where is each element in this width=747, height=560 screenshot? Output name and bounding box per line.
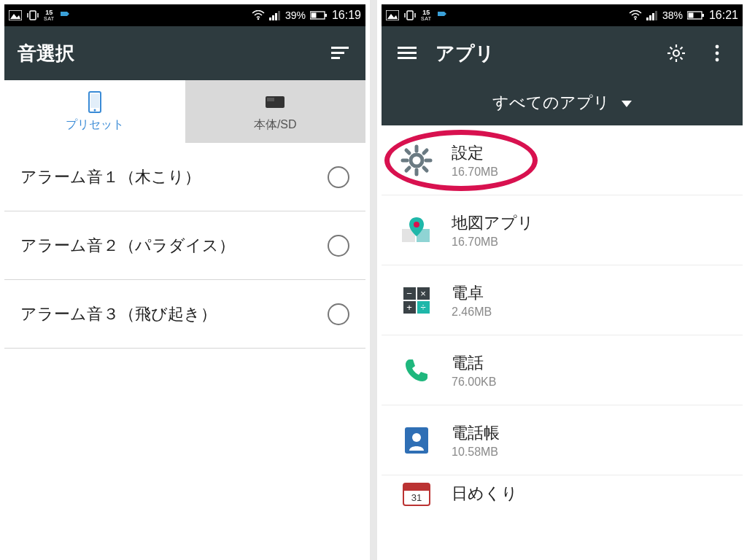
svg-rect-2 <box>30 11 36 20</box>
tab-label: 本体/SD <box>254 117 297 133</box>
app-icon-gear <box>396 140 437 181</box>
dropdown-label: すべてのアプリ <box>492 92 610 114</box>
gear-icon[interactable] <box>664 41 689 66</box>
clock: 16:21 <box>709 9 738 22</box>
row-label: アラーム音１（木こり） <box>20 166 328 188</box>
svg-rect-36 <box>398 47 417 49</box>
battery-icon <box>310 11 328 20</box>
svg-line-59 <box>424 150 427 153</box>
bookmark-icon <box>59 10 71 20</box>
app-row-phone[interactable]: 電話 76.00KB <box>382 335 743 405</box>
svg-point-52 <box>411 155 422 166</box>
svg-marker-1 <box>10 14 20 19</box>
app-row-contacts[interactable]: 電話帳 10.58MB <box>382 405 743 475</box>
action-bar: 音選択 <box>4 26 365 80</box>
svg-rect-34 <box>702 14 704 17</box>
app-icon-map <box>396 210 437 251</box>
calendar-icon: 15 SAT <box>44 9 55 21</box>
sort-icon[interactable] <box>328 41 352 66</box>
app-row-map[interactable]: 地図アプリ 16.70MB <box>382 195 743 265</box>
svg-marker-23 <box>387 14 398 19</box>
hamburger-icon[interactable] <box>395 41 419 66</box>
tab-preset[interactable]: プリセット <box>4 80 185 143</box>
app-icon-calculator: −×+÷ <box>396 280 437 321</box>
app-size: 2.46MB <box>452 306 492 319</box>
svg-rect-15 <box>331 52 344 54</box>
app-size: 76.00KB <box>452 376 496 389</box>
svg-text:+: + <box>406 302 412 313</box>
svg-line-44 <box>670 47 673 50</box>
app-size: 10.58MB <box>452 446 500 459</box>
app-filter-dropdown[interactable]: すべてのアプリ <box>382 80 743 125</box>
svg-rect-14 <box>331 47 349 49</box>
svg-point-39 <box>673 50 679 56</box>
svg-rect-18 <box>90 94 99 108</box>
app-name: 日めくり <box>452 483 518 505</box>
app-icon-phone <box>396 350 437 391</box>
svg-marker-51 <box>622 101 632 107</box>
svg-rect-32 <box>655 11 657 20</box>
chevron-down-icon <box>622 93 632 112</box>
calendar-icon: 15 SAT <box>421 9 432 21</box>
svg-line-46 <box>681 47 683 50</box>
radio-unchecked[interactable] <box>328 166 349 188</box>
svg-rect-31 <box>652 13 654 20</box>
svg-line-57 <box>406 150 409 153</box>
bookmark-icon <box>436 10 448 20</box>
app-size: 16.70MB <box>452 166 498 179</box>
sound-row[interactable]: アラーム音１（木こり） <box>4 143 365 211</box>
svg-rect-35 <box>688 13 693 18</box>
picture-icon <box>386 10 399 20</box>
tab-bar: プリセット 本体/SD <box>4 80 365 143</box>
vibrate-icon <box>26 9 39 21</box>
svg-text:÷: ÷ <box>420 302 425 313</box>
svg-line-58 <box>424 168 427 171</box>
app-size: 16.70MB <box>452 236 534 249</box>
status-bar: 15 SAT 39% 16:19 <box>4 4 365 26</box>
svg-text:−: − <box>406 288 412 299</box>
svg-rect-75 <box>403 483 430 491</box>
svg-point-49 <box>716 52 719 55</box>
page-title: 音選択 <box>18 41 74 66</box>
svg-rect-16 <box>331 57 340 59</box>
svg-rect-21 <box>267 98 274 101</box>
phone-left: 15 SAT 39% 16:19 音選択 <box>0 0 370 560</box>
svg-rect-37 <box>398 52 417 54</box>
action-bar: アプリ <box>382 26 743 80</box>
row-label: アラーム音２（パラダイス） <box>20 235 328 257</box>
svg-rect-38 <box>398 57 417 59</box>
svg-rect-29 <box>646 18 649 20</box>
app-icon-calendar: 31 <box>396 479 437 508</box>
svg-rect-7 <box>269 18 271 20</box>
app-row-calendar[interactable]: 31 日めくり <box>382 475 743 512</box>
svg-text:31: 31 <box>411 492 422 503</box>
app-row-settings[interactable]: 設定 16.70MB <box>382 125 743 195</box>
app-row-calc[interactable]: −×+÷ 電卓 2.46MB <box>382 265 743 335</box>
wifi-icon <box>252 10 265 20</box>
svg-point-73 <box>412 433 421 442</box>
app-icon-contacts <box>396 420 437 461</box>
svg-point-19 <box>93 109 96 111</box>
svg-rect-9 <box>275 13 277 20</box>
svg-point-50 <box>716 58 719 62</box>
radio-unchecked[interactable] <box>328 235 349 257</box>
svg-point-48 <box>716 45 719 49</box>
more-vert-icon[interactable] <box>705 41 729 66</box>
svg-marker-27 <box>438 12 446 16</box>
status-bar: 15 SAT 38% 16:21 <box>382 4 743 26</box>
svg-point-63 <box>414 222 419 228</box>
tab-sd[interactable]: 本体/SD <box>185 80 366 143</box>
sound-row[interactable]: アラーム音２（パラダイス） <box>4 211 365 280</box>
radio-unchecked[interactable] <box>328 303 349 325</box>
svg-rect-10 <box>278 11 280 20</box>
battery-pct: 38% <box>662 9 683 21</box>
app-name: 設定 <box>452 142 498 164</box>
phone-right: 15 SAT 38% 16:21 アプリ <box>377 0 747 560</box>
svg-line-47 <box>670 58 673 60</box>
sound-row[interactable]: アラーム音３（飛び起き） <box>4 280 365 349</box>
row-label: アラーム音３（飛び起き） <box>20 303 328 325</box>
app-name: 電卓 <box>452 282 492 304</box>
app-name: 地図アプリ <box>452 212 534 234</box>
svg-line-60 <box>406 168 409 171</box>
signal-icon <box>646 10 658 20</box>
